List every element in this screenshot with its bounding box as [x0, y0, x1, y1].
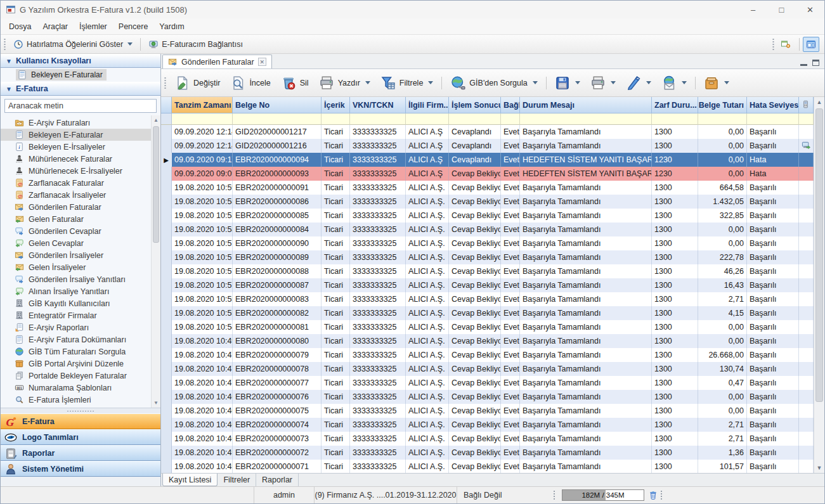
table-row-4[interactable]: 09.09.2020 09:09EBR2020000000093Ticari33… — [161, 167, 814, 181]
close-button[interactable]: ✕ — [796, 1, 824, 18]
table-row-19[interactable]: 19.08.2020 10:47EBR2020000000077Ticari33… — [161, 376, 814, 390]
table-row-14[interactable]: 19.08.2020 10:55EBR2020000000082Ticari33… — [161, 306, 814, 320]
table-row-18[interactable]: 19.08.2020 10:47EBR2020000000078Ticari33… — [161, 362, 814, 376]
filter-cell-durum[interactable] — [520, 113, 652, 125]
add-window-button[interactable] — [777, 37, 794, 52]
table-row-17[interactable]: 19.08.2020 10:47EBR2020000000079Ticari33… — [161, 348, 814, 362]
tree-item-19[interactable]: E-Arşiv Fatura Dokümanları — [1, 333, 151, 346]
maximize-button[interactable]: □ — [767, 1, 796, 18]
tree-item-23[interactable]: 001Numaralama Şablonları — [1, 382, 151, 394]
column-header-hata[interactable]: Hata Seviyesi — [747, 97, 799, 113]
table-row-9[interactable]: 19.08.2020 10:57EBR2020000000090Ticari33… — [161, 236, 814, 250]
tree-item-7[interactable]: @Zarflanacak İrsaliyeler — [1, 189, 151, 201]
tree-item-20[interactable]: GİB Tüm Faturaları Sorgula — [1, 346, 151, 358]
column-header-tutar[interactable]: Belge Tutarı — [698, 97, 747, 113]
tree-item-8[interactable]: Gönderilen Faturalar — [1, 201, 151, 213]
menu-item-1[interactable]: Dosya — [3, 20, 37, 34]
table-row-10[interactable]: 19.08.2020 10:57EBR2020000000089Ticari33… — [161, 250, 814, 264]
trash-icon[interactable] — [648, 490, 658, 500]
scroll-up-icon[interactable]: ▲ — [152, 115, 160, 125]
nav-item-e-fatura[interactable]: GE-Fatura — [1, 413, 160, 429]
column-header-icerik[interactable]: İçerik — [322, 97, 350, 113]
shortcut-item-bekleyen-efaturalar[interactable]: Bekleyen E-Faturalar — [1, 68, 160, 82]
menu-item-3[interactable]: İşlemler — [74, 20, 113, 34]
tree-item-22[interactable]: Portalde Bekleyen Faturalar — [1, 370, 151, 382]
column-header-firma[interactable]: İlgili Firm... — [406, 97, 449, 113]
filter-cell-tanzim[interactable] — [172, 113, 233, 125]
efaturacim-button[interactable]: E-Faturacım Bağlantısı — [144, 37, 247, 51]
print-button[interactable] — [585, 72, 621, 94]
sidebar-scrollbar[interactable]: ▲ ▼ — [151, 115, 160, 408]
column-header-zarf[interactable]: Zarf Duru... — [652, 97, 698, 113]
bottom-tab-kay-t-listesi[interactable]: Kayıt Listesi — [162, 474, 218, 486]
column-header-durum[interactable]: Durum Mesajı — [520, 97, 652, 113]
table-row-6[interactable]: 19.08.2020 10:58EBR2020000000086Ticari33… — [161, 195, 814, 209]
tree-item-25[interactable]: E-Fatura İşyerleri — [1, 406, 151, 408]
yazd-r-button[interactable]: Yazdır — [314, 72, 375, 94]
tab-gonderilen-faturalar[interactable]: Gönderilen Faturalar ✕ — [162, 55, 272, 68]
table-row-21[interactable]: 19.08.2020 10:46EBR2020000000075Ticari33… — [161, 404, 814, 418]
filter-cell-zarf[interactable] — [652, 113, 698, 125]
mdi-minimize-icon[interactable] — [800, 60, 807, 66]
toolbar-grip[interactable] — [772, 38, 775, 51]
table-row-15[interactable]: 19.08.2020 10:54EBR2020000000081Ticari33… — [161, 320, 814, 334]
efatura-section-header[interactable]: ▼ E-Fatura — [1, 82, 160, 96]
tree-item-18[interactable]: E-Arşiv Raporları — [1, 321, 151, 333]
toolbar-grip[interactable] — [164, 77, 167, 89]
panel-toggle-button[interactable] — [803, 37, 819, 52]
table-row-20[interactable]: 19.08.2020 10:46EBR2020000000076Ticari33… — [161, 390, 814, 404]
filter-cell-tutar[interactable] — [698, 113, 747, 125]
filter-cell-icerik[interactable] — [322, 113, 350, 125]
table-row-1[interactable]: 09.09.2020 12:14GID2020000001217Ticari33… — [161, 125, 814, 139]
table-row-24[interactable]: 19.08.2020 10:45EBR2020000000072Ticari33… — [161, 446, 814, 460]
tree-item-1[interactable]: E-Arşiv Faturaları — [1, 117, 151, 129]
filter-cell-rowicon[interactable] — [799, 113, 814, 125]
table-scrollbar[interactable]: ▲ ▼ — [814, 97, 824, 473]
scroll-down-icon[interactable]: ▼ — [152, 398, 160, 408]
tree-item-4[interactable]: Mühürlenecek Faturalar — [1, 153, 151, 165]
nav-item-logo-tan-mlar-[interactable]: Logo Tanımları — [1, 429, 160, 445]
filter-cell-firma[interactable] — [406, 113, 449, 125]
gi-b-den-sorgula-button[interactable]: GİB'den Sorgula — [445, 72, 542, 94]
tree-item-3[interactable]: iBekleyen E-İrsaliyeler — [1, 141, 151, 153]
column-header-sonuc[interactable]: İşlem Sonucu — [449, 97, 501, 113]
table-row-3[interactable]: ▶09.09.2020 09:17EBR2020000000094Ticari3… — [161, 153, 814, 167]
save-button[interactable] — [550, 72, 585, 94]
toolbar-grip[interactable] — [3, 38, 6, 51]
tree-item-2[interactable]: Bekleyen E-Faturalar — [1, 129, 151, 141]
archive-button[interactable] — [699, 72, 734, 94]
tree-item-13[interactable]: Gelen İrsaliyeler — [1, 261, 151, 273]
send-mail-button[interactable] — [656, 72, 692, 94]
tree-item-14[interactable]: Gönderilen İrsaliye Yanıtları — [1, 273, 151, 285]
table-row-13[interactable]: 19.08.2020 10:55EBR2020000000083Ticari33… — [161, 292, 814, 306]
table-row-5[interactable]: 19.08.2020 10:59EBR2020000000091Ticari33… — [161, 181, 814, 195]
tree-item-11[interactable]: Gelen Cevaplar — [1, 237, 151, 249]
table-row-8[interactable]: 19.08.2020 10:58EBR2020000000084Ticari33… — [161, 223, 814, 236]
table-row-22[interactable]: 19.08.2020 10:46EBR2020000000074Ticari33… — [161, 418, 814, 432]
table-row-12[interactable]: 19.08.2020 10:57EBR2020000000087Ticari33… — [161, 278, 814, 292]
shortcuts-section-header[interactable]: ▼ Kullanıcı Kısayolları — [1, 54, 160, 68]
nav-item-sistem-y-netimi[interactable]: Sistem Yönetimi — [1, 461, 160, 477]
column-header-rowicon[interactable] — [799, 97, 814, 113]
filter-cell-hata[interactable] — [747, 113, 799, 125]
tree-item-5[interactable]: Mühürlenecek E-İrsaliyeler — [1, 165, 151, 177]
de-i-tir-button[interactable]: Değiştir — [169, 72, 225, 94]
bottom-tab-filtreler[interactable]: Filtreler — [218, 474, 256, 486]
tree-item-24[interactable]: E-Fatura İşlemleri — [1, 394, 151, 406]
tree-item-9[interactable]: Gelen Faturalar — [1, 213, 151, 225]
tree-item-17[interactable]: Entegratör Firmalar — [1, 309, 151, 321]
scroll-down-icon[interactable]: ▼ — [814, 463, 824, 473]
table-row-11[interactable]: 19.08.2020 10:57EBR2020000000088Ticari33… — [161, 264, 814, 278]
i-ncele-button[interactable]: İncele — [225, 72, 275, 94]
nav-item-raporlar[interactable]: Raporlar — [1, 445, 160, 461]
table-row-25[interactable]: 19.08.2020 10:45EBR2020000000071Ticari33… — [161, 460, 814, 473]
scrollbar-thumb[interactable] — [815, 108, 823, 402]
tab-close-icon[interactable]: ✕ — [258, 58, 266, 66]
scrollbar-thumb[interactable] — [153, 126, 159, 243]
table-row-7[interactable]: 19.08.2020 10:58EBR2020000000085Ticari33… — [161, 209, 814, 223]
sil-button[interactable]: Sil — [276, 72, 314, 94]
tree-item-21[interactable]: GİB Portal Arşivini Düzenle — [1, 358, 151, 370]
filter-cell-vkn[interactable] — [350, 113, 406, 125]
minimize-button[interactable]: – — [739, 1, 767, 18]
menu-item-4[interactable]: Pencere — [113, 20, 154, 34]
